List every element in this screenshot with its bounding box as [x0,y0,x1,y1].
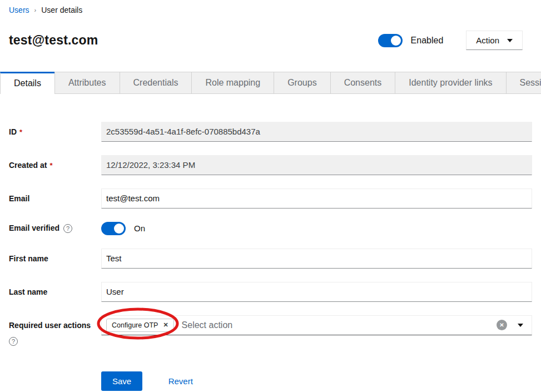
email-verified-state: On [134,224,145,233]
required-marker: * [19,128,22,136]
help-icon[interactable]: ? [9,337,18,346]
tab-role-mapping[interactable]: Role mapping [191,72,274,94]
first-name-field[interactable] [101,249,532,269]
id-field[interactable] [101,122,532,142]
page-title: test@test.com [9,33,378,48]
form-row-created-at: Created at* [9,155,532,175]
form-row-first-name: First name [9,249,532,269]
toggle-knob [114,224,124,234]
help-icon[interactable]: ? [63,224,72,233]
toggle-knob [391,36,401,46]
chevron-down-icon[interactable] [518,324,523,327]
required-marker: * [49,161,52,170]
save-button[interactable]: Save [101,371,142,391]
email-verified-toggle[interactable] [101,222,126,235]
tab-credentials[interactable]: Credentials [120,72,192,94]
tab-identity-provider-links[interactable]: Identity provider links [395,72,506,94]
form-button-row: Save Revert [9,371,532,391]
tab-groups[interactable]: Groups [274,72,330,94]
email-label: Email [9,194,101,203]
first-name-label: First name [9,254,101,263]
chevron-down-icon [507,39,513,42]
id-label-text: ID [9,127,17,136]
breadcrumb-users-link[interactable]: Users [9,6,29,14]
form-row-email-verified: Email verified? On [9,222,532,235]
form-row-required-user-actions: Required user actions ? Configure OTP ✕ … [9,315,532,346]
required-user-actions-label: Required user actions ? [9,315,101,346]
breadcrumb-current: User details [41,6,82,14]
revert-button[interactable]: Revert [165,376,196,386]
email-verified-label-text: Email verified [9,224,59,232]
email-field[interactable] [101,188,532,209]
action-dropdown-label: Action [476,36,499,45]
required-user-actions-field-wrap: Configure OTP ✕ Select action ✕ [101,315,532,335]
breadcrumb: Users › User details [0,0,541,14]
multiselect-placeholder: Select action [182,320,233,330]
user-details-form: ID* Created at* Email Email verified? On… [9,122,532,391]
clear-selection-icon[interactable]: ✕ [497,320,507,330]
tab-details[interactable]: Details [0,72,55,94]
page-header: test@test.com Enabled Action [0,14,541,57]
tab-bar: Details Attributes Credentials Role mapp… [0,72,541,94]
created-at-label: Created at* [9,161,101,170]
created-at-field[interactable] [101,155,532,175]
email-verified-field: On [101,222,532,235]
required-user-actions-multiselect[interactable]: Configure OTP ✕ Select action ✕ [101,315,532,335]
action-dropdown-button[interactable]: Action [466,31,523,50]
last-name-field[interactable] [101,282,532,302]
tab-sessions[interactable]: Sessions [506,72,541,94]
form-row-id: ID* [9,122,532,142]
chip-close-icon[interactable]: ✕ [163,321,168,329]
id-label: ID* [9,127,101,136]
enabled-toggle[interactable] [378,34,403,47]
email-verified-label: Email verified? [9,224,101,233]
breadcrumb-separator-icon: › [34,7,37,13]
required-user-actions-label-text: Required user actions [9,321,91,330]
enabled-label: Enabled [411,36,444,46]
form-row-email: Email [9,188,532,209]
tab-attributes[interactable]: Attributes [54,72,120,94]
form-row-last-name: Last name [9,282,532,302]
chip-label: Configure OTP [112,321,158,329]
tab-consents[interactable]: Consents [330,72,396,94]
chip-configure-otp: Configure OTP ✕ [106,319,174,332]
last-name-label: Last name [9,287,101,296]
created-at-label-text: Created at [9,161,47,170]
